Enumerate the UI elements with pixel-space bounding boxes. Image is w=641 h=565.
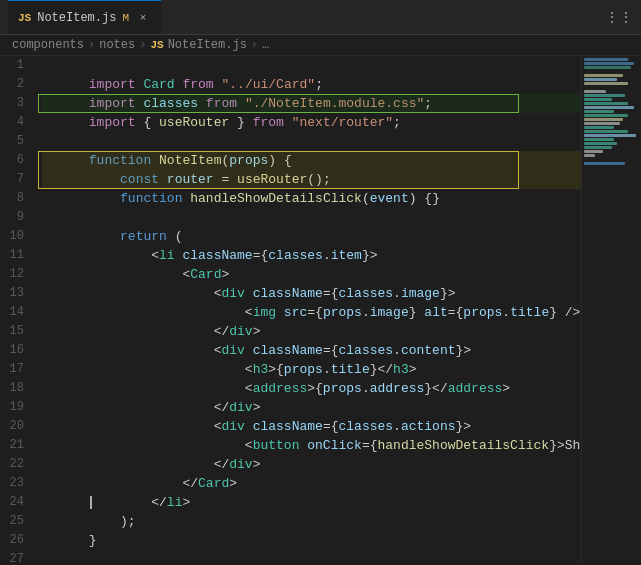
line-num-5: 5 (0, 132, 30, 151)
code-line-6: const router = useRouter(); (42, 151, 581, 170)
line-num-9: 9 (0, 208, 30, 227)
minimap-line (584, 118, 623, 121)
breadcrumb-components[interactable]: components (12, 38, 84, 52)
minimap-line (584, 110, 614, 113)
js-icon: JS (18, 12, 31, 24)
breadcrumb-sep-3: › (251, 38, 258, 52)
line-num-17: 17 (0, 360, 30, 379)
line-num-6: 6 (0, 151, 30, 170)
code-line-21: </div> (42, 436, 581, 455)
code-line-11: <Card> (42, 246, 581, 265)
line-num-4: 4 (0, 113, 30, 132)
line-num-14: 14 (0, 303, 30, 322)
line-num-15: 15 (0, 322, 30, 341)
minimap-line (584, 138, 614, 141)
line-num-8: 8 (0, 189, 30, 208)
code-line-25: } (42, 512, 581, 531)
minimap-line (584, 114, 628, 117)
minimap-line (584, 90, 606, 93)
code-line-3: import { useRouter } from "next/router"; (42, 94, 581, 113)
line-num-1: 1 (0, 56, 30, 75)
code-line-23: </li> (42, 474, 581, 493)
line-num-20: 20 (0, 417, 30, 436)
code-line-18: </div> (42, 379, 581, 398)
line-num-12: 12 (0, 265, 30, 284)
tab-group: JS NoteItem.js M × (8, 0, 161, 34)
minimap-line (584, 122, 620, 125)
code-line-9: return ( (42, 208, 581, 227)
line-num-19: 19 (0, 398, 30, 417)
title-bar: JS NoteItem.js M × ⋮⋮ (0, 0, 641, 35)
active-tab[interactable]: JS NoteItem.js M × (8, 0, 161, 34)
minimap-line (584, 94, 625, 97)
code-line-8 (42, 189, 581, 208)
minimap-line (584, 102, 628, 105)
line-num-23: 23 (0, 474, 30, 493)
tab-badge: M (122, 12, 129, 24)
minimap-line (584, 134, 636, 137)
minimap-line (584, 150, 603, 153)
code-editor[interactable]: import Card from "../ui/Card"; import cl… (38, 56, 581, 562)
line-num-3: 3 (0, 94, 30, 113)
line-num-10: 10 (0, 227, 30, 246)
minimap-line (584, 62, 634, 65)
code-line-19: <div className={classes.actions}> (42, 398, 581, 417)
breadcrumb-sep-1: › (88, 38, 95, 52)
code-line-13: <img src={props.image} alt={props.title}… (42, 284, 581, 303)
breadcrumb: components › notes › JS NoteItem.js › … (0, 35, 641, 56)
code-line-22: </Card> (42, 455, 581, 474)
tab-close-button[interactable]: × (135, 10, 151, 26)
minimap-line (584, 162, 625, 165)
minimap-line (584, 82, 628, 85)
line-num-24: 24 (0, 493, 30, 512)
code-line-10: <li className={classes.item}> (42, 227, 581, 246)
line-num-21: 21 (0, 436, 30, 455)
minimap-content (582, 56, 641, 168)
line-num-11: 11 (0, 246, 30, 265)
minimap (581, 56, 641, 562)
code-line-15: <div className={classes.content}> (42, 322, 581, 341)
minimap-line (584, 74, 623, 77)
code-line-27: export default NoteItem; (42, 550, 581, 562)
tab-label: NoteItem.js (37, 11, 116, 25)
split-editor-icon[interactable]: ⋮⋮ (605, 9, 633, 26)
code-line-12: <div className={classes.image}> (42, 265, 581, 284)
code-line-2: import classes from "./NoteItem.module.c… (42, 75, 581, 94)
line-num-22: 22 (0, 455, 30, 474)
line-num-26: 26 (0, 531, 30, 550)
code-line-14: </div> (42, 303, 581, 322)
code-line-17: <address>{props.address}</address> (42, 360, 581, 379)
line-num-16: 16 (0, 341, 30, 360)
breadcrumb-sep-2: › (139, 38, 146, 52)
code-line-7: function handleShowDetailsClick(event) {… (42, 170, 581, 189)
code-line-1: import Card from "../ui/Card"; (42, 56, 581, 75)
code-line-4 (42, 113, 581, 132)
line-num-25: 25 (0, 512, 30, 531)
code-line-24: ); (42, 493, 581, 512)
minimap-line (584, 58, 628, 61)
line-num-2: 2 (0, 75, 30, 94)
editor: 1 2 3 4 5 6 7 8 9 10 11 12 13 14 15 16 1… (0, 56, 641, 562)
minimap-line (584, 146, 612, 149)
line-num-18: 18 (0, 379, 30, 398)
line-num-7: 7 (0, 170, 30, 189)
breadcrumb-ellipsis: … (262, 38, 269, 52)
minimap-line (584, 126, 614, 129)
line-num-27: 27 (0, 550, 30, 562)
breadcrumb-notes[interactable]: notes (99, 38, 135, 52)
minimap-line (584, 78, 617, 81)
breadcrumb-js-icon: JS (150, 39, 163, 51)
code-line-20: <button onClick={handleShowDetailsClick}… (42, 417, 581, 436)
code-line-5: function NoteItem(props) { (42, 132, 581, 151)
minimap-line (584, 154, 595, 157)
minimap-line (584, 98, 612, 101)
minimap-line (584, 142, 617, 145)
code-line-16: <h3>{props.title}</h3> (42, 341, 581, 360)
minimap-line (584, 106, 634, 109)
breadcrumb-filename[interactable]: NoteItem.js (168, 38, 247, 52)
minimap-line (584, 66, 631, 69)
code-line-26 (42, 531, 581, 550)
line-num-13: 13 (0, 284, 30, 303)
minimap-line (584, 130, 628, 133)
title-bar-actions: ⋮⋮ (605, 9, 633, 26)
